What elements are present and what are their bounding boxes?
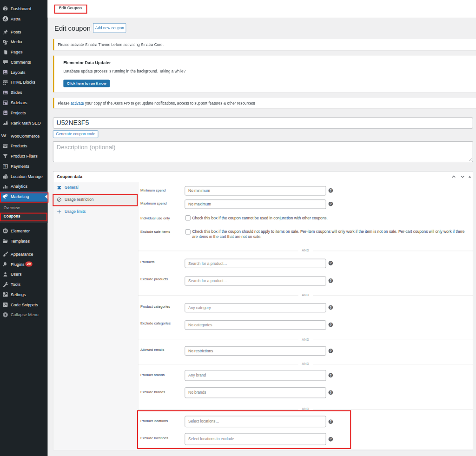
svg-text:$: $ (5, 165, 7, 168)
